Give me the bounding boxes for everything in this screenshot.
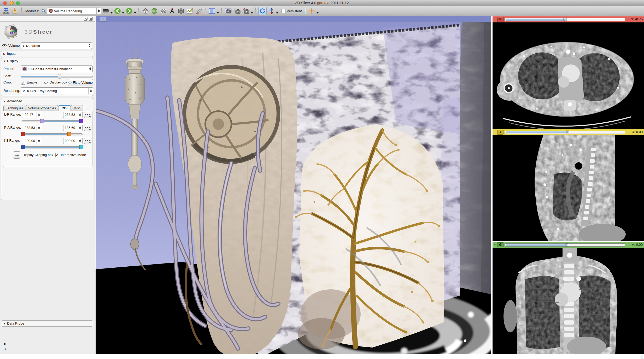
close-panel-button[interactable] (89, 17, 93, 21)
data-probe-collapse-icon[interactable]: ▼ (3, 321, 7, 327)
pa-max-spin-buttons[interactable] (78, 125, 82, 131)
rendering-selector[interactable]: VTK CPU Ray Casting (21, 87, 93, 94)
lr-range-lo-handle[interactable] (40, 119, 44, 123)
back-history-dropdown-arrow[interactable] (122, 12, 124, 14)
load-scene-button[interactable]: MRML (2, 7, 10, 15)
pa-range-slider[interactable] (22, 132, 83, 136)
yellow-slice-slider-handle[interactable] (566, 130, 569, 134)
module-history-dropdown-arrow[interactable] (110, 12, 113, 14)
volume-selector[interactable]: CTA-cardio1 (21, 42, 92, 49)
sagittal-slice-image[interactable] (493, 135, 644, 241)
pa-min-spinbox[interactable]: -238.53 (22, 125, 41, 131)
float-panel-button[interactable] (84, 17, 87, 21)
is-min-spin-buttons[interactable] (37, 138, 41, 144)
yellow-slice-pin-icon[interactable]: ← (493, 130, 497, 133)
home-module-button[interactable] (142, 7, 149, 15)
scene-view-capture-button[interactable] (233, 7, 241, 15)
axial-slice-image[interactable] (493, 22, 644, 129)
editor-pencil-button[interactable] (195, 7, 203, 15)
pa-range-hi-handle[interactable] (67, 132, 71, 136)
display-section-header[interactable]: ▼Display (1, 58, 93, 64)
display-clipping-box-button[interactable] (13, 151, 20, 159)
crosshair-button[interactable] (308, 7, 316, 15)
place-fiducial-button[interactable] (268, 7, 276, 15)
layout-dropdown-arrow[interactable] (217, 12, 219, 14)
resize-grip-icon[interactable] (639, 355, 643, 359)
tab-misc[interactable]: Misc (71, 105, 83, 111)
threeD-view-pin-icon[interactable]: ← (96, 18, 100, 21)
pa-options-button[interactable]: ●●● (84, 125, 91, 131)
shift-slider-handle[interactable] (58, 74, 61, 79)
is-range-lo-handle[interactable] (21, 145, 25, 149)
volume-selector-spinner[interactable] (87, 43, 92, 49)
lr-range-slider[interactable] (22, 119, 83, 123)
lr-max-spinbox[interactable]: 238.53 (63, 112, 83, 118)
red-slice-slider-handle[interactable] (564, 17, 567, 21)
is-min-spinbox[interactable]: -200.00 (22, 138, 41, 144)
restore-scene-view-button[interactable] (242, 7, 250, 15)
yellow-slice-view[interactable]: ← Y R: 0.00 (493, 129, 644, 241)
module-history-button[interactable] (102, 7, 110, 15)
modules-selector[interactable]: Volume Rendering (47, 8, 101, 14)
crosshair-dropdown-arrow[interactable] (317, 12, 319, 14)
inputs-section[interactable]: ▶Inputs (1, 51, 93, 57)
volume-display-editor-button[interactable] (186, 7, 194, 15)
lr-options-button[interactable]: ●●● (84, 112, 91, 118)
is-max-spin-buttons[interactable] (78, 138, 82, 144)
module-forward-button[interactable] (125, 7, 133, 15)
threeD-view-bar[interactable]: ← 1 (96, 16, 491, 22)
layout-selector-button[interactable] (208, 7, 216, 15)
shift-slider[interactable] (21, 74, 93, 78)
pa-min-spin-buttons[interactable] (37, 125, 41, 131)
threeD-view[interactable]: ← 1 (96, 16, 491, 354)
pa-range-lo-handle[interactable] (21, 132, 25, 136)
green-slice-view[interactable]: ← G A: 0.00 (493, 242, 644, 354)
module-back-button[interactable] (114, 7, 121, 15)
green-slice-slider[interactable] (505, 243, 625, 247)
crop-enable-checkbox[interactable]: ✓ (21, 81, 25, 85)
lr-min-spin-buttons[interactable] (37, 112, 41, 118)
is-range-hi-handle[interactable] (79, 145, 83, 149)
surface-models-button[interactable] (159, 7, 167, 15)
display-collapse-icon[interactable]: ▼ (3, 58, 7, 64)
fiducial-dropdown-arrow[interactable] (276, 12, 278, 14)
red-slice-view[interactable]: ← R S: -8.75 (493, 16, 644, 129)
green-slice-bar[interactable]: ← G A: 0.00 (493, 242, 644, 248)
advanced-section-header[interactable]: ▼Advanced... (1, 98, 93, 104)
tab-techniques[interactable]: Techniques (3, 105, 26, 111)
is-range-slider[interactable] (22, 145, 83, 149)
fit-to-volume-button[interactable]: Fit to Volume (68, 79, 93, 86)
rendering-selector-spinner[interactable] (88, 88, 93, 94)
is-max-spinbox[interactable]: 200.00 (63, 138, 83, 144)
yellow-slice-slider[interactable] (505, 131, 625, 134)
volume-rendering-image[interactable] (96, 22, 491, 354)
pa-max-spinbox[interactable]: 135.69 (63, 125, 83, 131)
window-titlebar[interactable]: 3D Slicer 4.0.gamma-2011-11-12 (0, 0, 644, 6)
module-search-button[interactable] (41, 7, 46, 15)
lr-min-spinbox[interactable]: -92.47 (22, 112, 41, 118)
annotations-button[interactable] (168, 7, 176, 15)
green-slice-slider-handle[interactable] (565, 243, 568, 247)
screenshot-button[interactable] (224, 7, 232, 15)
persistent-checkbox[interactable] (282, 9, 285, 13)
red-slice-slider[interactable] (505, 18, 625, 21)
panel-dock-titlebar[interactable] (0, 16, 95, 22)
preset-selector[interactable]: CT-Chest-Contrast-Enhanced (21, 65, 93, 72)
inputs-collapse-icon[interactable]: ▶ (3, 51, 7, 57)
volume-visibility-icon[interactable] (2, 43, 7, 48)
modules-selector-spinner[interactable] (96, 8, 101, 14)
interactive-mode-checkbox[interactable]: ✓ (55, 153, 59, 157)
data-probe-section[interactable]: ▼Data Probe (1, 320, 93, 327)
red-slice-pin-icon[interactable]: ← (493, 17, 497, 20)
is-options-button[interactable]: ●●● (84, 138, 91, 144)
lr-max-spin-buttons[interactable] (78, 112, 82, 118)
advanced-collapse-icon[interactable]: ▼ (3, 99, 7, 104)
green-slice-pin-icon[interactable]: ← (493, 243, 497, 246)
crop-display-box-eye-icon[interactable] (44, 81, 49, 85)
forward-history-dropdown-arrow[interactable] (134, 12, 136, 14)
save-scene-button[interactable] (11, 7, 19, 15)
scene-view-dropdown-arrow[interactable] (251, 12, 253, 14)
yellow-slice-bar[interactable]: ← Y R: 0.00 (493, 129, 644, 135)
lr-range-hi-handle[interactable] (79, 119, 83, 123)
tab-roi[interactable]: ROI (58, 105, 71, 111)
